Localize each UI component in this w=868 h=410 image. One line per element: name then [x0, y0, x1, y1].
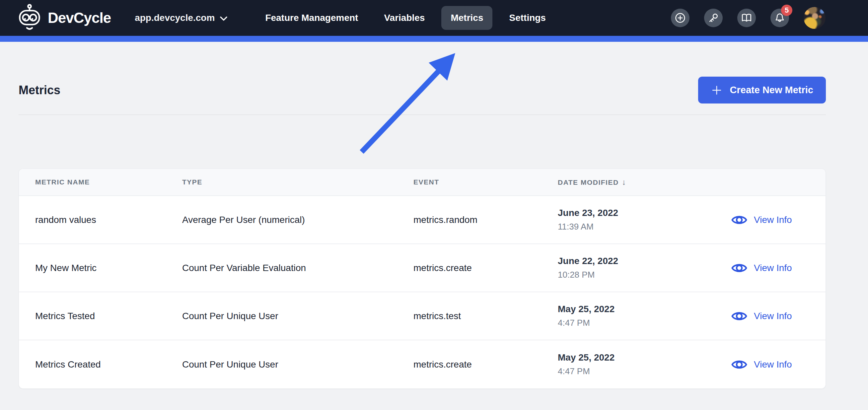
date-modified-cell: May 25, 2022 4:47 PM: [558, 352, 731, 377]
view-info-label: View Info: [754, 311, 792, 321]
view-info-label: View Info: [754, 215, 792, 225]
view-info-link[interactable]: View Info: [731, 213, 826, 227]
page-title: Metrics: [19, 83, 60, 97]
date-modified-cell: May 25, 2022 4:47 PM: [558, 304, 731, 328]
devcycle-robot-logo-icon: [19, 4, 40, 32]
nav-item-variables[interactable]: Variables: [375, 6, 434, 30]
header-divider: [19, 115, 826, 115]
metric-event-cell: metrics.create: [413, 359, 558, 370]
eye-icon: [731, 358, 747, 371]
metric-name-cell: Metrics Created: [35, 359, 182, 370]
primary-nav: Feature Management Variables Metrics Set…: [256, 6, 562, 30]
metric-type-cell: Count Per Variable Evaluation: [182, 263, 413, 273]
key-icon: [708, 12, 719, 24]
navbar-actions: 5: [671, 7, 826, 29]
metric-type-cell: Count Per Unique User: [182, 311, 413, 321]
metric-type-cell: Average Per User (numerical): [182, 215, 413, 225]
view-info-label: View Info: [754, 263, 792, 273]
plus-icon: [711, 84, 723, 96]
accent-bar: [0, 36, 868, 42]
metric-event-cell: metrics.random: [413, 215, 558, 225]
notifications-button[interactable]: 5: [770, 9, 789, 27]
date-modified-cell: June 22, 2022 10:28 PM: [558, 256, 731, 280]
plus-circle-icon: [675, 12, 686, 24]
brand-wordmark: DevCycle: [48, 10, 111, 26]
table-header-row: METRIC NAME TYPE EVENT DATE MODIFIED↓: [19, 169, 826, 196]
create-quick-add-button[interactable]: [671, 9, 689, 27]
metric-event-cell: metrics.test: [413, 311, 558, 321]
column-header-metric-name[interactable]: METRIC NAME: [35, 178, 182, 186]
column-header-type[interactable]: TYPE: [182, 178, 413, 186]
eye-icon: [731, 213, 747, 227]
sort-descending-icon: ↓: [622, 178, 627, 186]
metrics-table: METRIC NAME TYPE EVENT DATE MODIFIED↓ ra…: [19, 168, 826, 389]
table-row: My New Metric Count Per Variable Evaluat…: [19, 244, 826, 292]
org-selector-dropdown[interactable]: app.devcycle.com: [135, 12, 227, 23]
column-header-event[interactable]: EVENT: [413, 178, 558, 186]
metric-name-cell: Metrics Tested: [35, 311, 182, 321]
date-modified-cell: June 23, 2022 11:39 AM: [558, 208, 731, 232]
table-row: random values Average Per User (numerica…: [19, 196, 826, 244]
metric-type-cell: Count Per Unique User: [182, 359, 413, 370]
metric-name-cell: random values: [35, 215, 182, 225]
view-info-link[interactable]: View Info: [731, 261, 826, 275]
view-info-link[interactable]: View Info: [731, 358, 826, 371]
open-book-icon: [741, 12, 752, 24]
chevron-down-icon: [220, 16, 227, 21]
view-info-label: View Info: [754, 359, 792, 370]
nav-item-feature-management[interactable]: Feature Management: [256, 6, 367, 30]
nav-item-metrics[interactable]: Metrics: [441, 6, 492, 30]
create-new-metric-label: Create New Metric: [730, 85, 813, 96]
metric-name-cell: My New Metric: [35, 263, 182, 273]
metrics-page: Metrics Create New Metric METRIC NAME TY…: [19, 76, 826, 389]
notification-count-badge: 5: [781, 5, 792, 16]
brand[interactable]: DevCycle: [19, 4, 111, 32]
metric-event-cell: metrics.create: [413, 263, 558, 273]
table-row: Metrics Tested Count Per Unique User met…: [19, 292, 826, 340]
nav-item-settings[interactable]: Settings: [500, 6, 555, 30]
top-navbar: DevCycle app.devcycle.com Feature Manage…: [0, 0, 868, 36]
user-avatar[interactable]: [804, 7, 826, 29]
column-header-date-modified[interactable]: DATE MODIFIED↓: [558, 178, 731, 187]
documentation-button[interactable]: [737, 9, 756, 27]
eye-icon: [731, 261, 747, 275]
eye-icon: [731, 310, 747, 323]
org-selector-label: app.devcycle.com: [135, 12, 215, 23]
create-new-metric-button[interactable]: Create New Metric: [698, 76, 826, 103]
page-header: Metrics Create New Metric: [19, 76, 826, 103]
table-row: Metrics Created Count Per Unique User me…: [19, 340, 826, 388]
view-info-link[interactable]: View Info: [731, 310, 826, 323]
api-keys-button[interactable]: [704, 9, 723, 27]
